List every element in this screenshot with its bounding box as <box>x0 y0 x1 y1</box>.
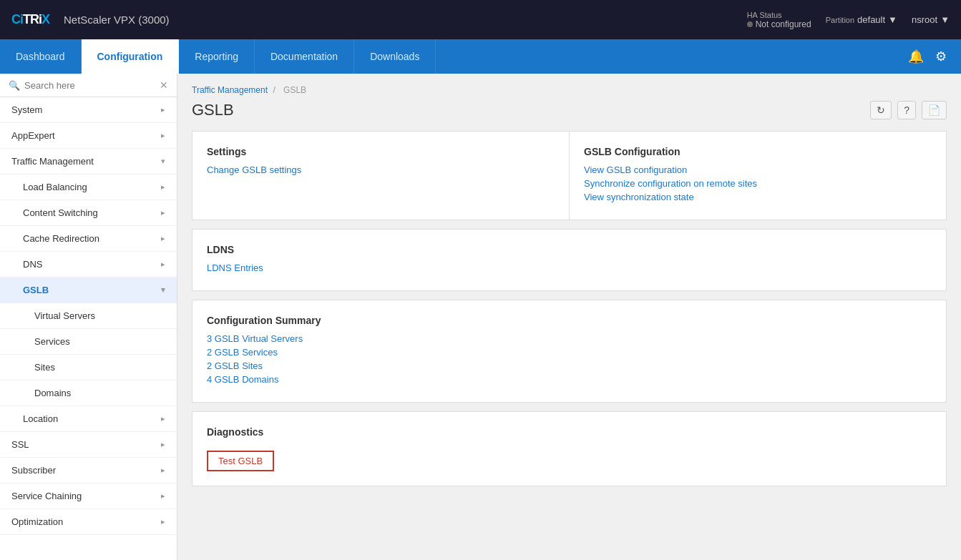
sidebar-item-virtual-servers[interactable]: Virtual Servers <box>0 303 177 329</box>
change-gslb-settings-link[interactable]: Change GSLB settings <box>207 164 555 175</box>
ldns-card: LDNS LDNS Entries <box>192 229 947 291</box>
breadcrumb: Traffic Management / GSLB <box>192 85 947 95</box>
app-title: NetScaler VPX (3000) <box>64 14 170 26</box>
nav-item-configuration[interactable]: Configuration <box>82 39 180 74</box>
sync-config-link[interactable]: Synchronize configuration on remote site… <box>584 178 932 189</box>
gear-icon[interactable]: ⚙ <box>932 46 950 67</box>
top-cards-row: Settings Change GSLB settings GSLB Confi… <box>192 131 947 220</box>
sidebar-item-appexpert[interactable]: AppExpert ▸ <box>0 123 177 149</box>
user-menu[interactable]: nsroot ▼ <box>912 14 950 25</box>
sidebar-item-sites[interactable]: Sites <box>0 355 177 380</box>
partition-selector[interactable]: Partition default ▼ <box>826 14 897 25</box>
sidebar-item-system[interactable]: System ▸ <box>0 97 177 123</box>
sidebar-item-dns[interactable]: DNS ▸ <box>0 252 177 277</box>
search-bar: 🔍 ✕ <box>0 74 177 97</box>
chevron-down-icon: ▾ <box>161 157 165 166</box>
test-gslb-button[interactable]: Test GSLB <box>207 451 274 471</box>
gslb-sites-link[interactable]: 2 GSLB Sites <box>207 360 932 371</box>
ha-dot <box>747 21 753 27</box>
breadcrumb-parent[interactable]: Traffic Management <box>192 85 268 95</box>
top-bar-right: HA Status Not configured Partition defau… <box>747 11 950 29</box>
ha-status-label: HA Status <box>747 11 782 19</box>
partition-value: default <box>857 14 885 25</box>
page-title: GSLB <box>192 101 234 119</box>
diagnostics-title: Diagnostics <box>207 426 932 438</box>
nav-item-dashboard[interactable]: Dashboard <box>0 39 82 74</box>
chevron-right-icon: ▸ <box>161 234 165 243</box>
chevron-down-icon: ▾ <box>161 285 165 295</box>
clear-icon[interactable]: ✕ <box>160 79 168 91</box>
ldns-entries-link[interactable]: LDNS Entries <box>207 262 932 273</box>
chevron-right-icon: ▸ <box>161 105 165 114</box>
chevron-right-icon: ▸ <box>161 440 165 449</box>
gslb-config-card-title: GSLB Configuration <box>584 146 932 157</box>
sidebar-item-service-chaining[interactable]: Service Chaining ▸ <box>0 483 177 509</box>
chevron-right-icon: ▸ <box>161 414 165 423</box>
sidebar-item-load-balancing[interactable]: Load Balancing ▸ <box>0 175 177 200</box>
gslb-domains-link[interactable]: 4 GSLB Domains <box>207 374 932 385</box>
config-summary-links: 3 GSLB Virtual Servers 2 GSLB Services 2… <box>207 333 932 385</box>
breadcrumb-separator: / <box>273 85 275 95</box>
nav-right-icons: 🔔 ⚙ <box>905 46 961 67</box>
config-summary-title: Configuration Summary <box>207 315 932 326</box>
sidebar-item-subscriber[interactable]: Subscriber ▸ <box>0 458 177 483</box>
help-button[interactable]: ? <box>897 101 916 119</box>
bell-icon[interactable]: 🔔 <box>905 46 927 67</box>
gslb-config-card: GSLB Configuration View GSLB configurati… <box>570 132 946 220</box>
chevron-right-icon: ▸ <box>161 491 165 501</box>
partition-label: Partition <box>826 16 854 24</box>
view-gslb-config-link[interactable]: View GSLB configuration <box>584 164 932 175</box>
page-actions: ↻ ? 📄 <box>870 101 947 119</box>
logo: CiTRiX <box>11 12 54 27</box>
ha-status: HA Status Not configured <box>747 11 811 29</box>
chevron-right-icon: ▸ <box>161 260 165 269</box>
citrix-logo: CiTRiX <box>11 12 49 27</box>
gslb-virtual-servers-link[interactable]: 3 GSLB Virtual Servers <box>207 333 932 344</box>
gslb-services-link[interactable]: 2 GSLB Services <box>207 347 932 358</box>
refresh-button[interactable]: ↻ <box>870 101 892 119</box>
chevron-right-icon: ▸ <box>161 182 165 192</box>
nav-item-downloads[interactable]: Downloads <box>354 39 436 74</box>
search-icon: 🔍 <box>9 80 20 91</box>
sidebar-item-ssl[interactable]: SSL ▸ <box>0 432 177 458</box>
top-bar: CiTRiX NetScaler VPX (3000) HA Status No… <box>0 0 961 39</box>
ha-status-value: Not configured <box>747 19 811 29</box>
main-layout: 🔍 ✕ System ▸ AppExpert ▸ Traffic Managem… <box>0 74 961 560</box>
page-header: GSLB ↻ ? 📄 <box>192 101 947 119</box>
ldns-card-title: LDNS <box>207 244 932 255</box>
search-input[interactable] <box>24 80 160 91</box>
sidebar-item-services[interactable]: Services <box>0 329 177 355</box>
chevron-right-icon: ▸ <box>161 517 165 526</box>
content-area: Traffic Management / GSLB GSLB ↻ ? 📄 Set… <box>177 74 961 560</box>
breadcrumb-current: GSLB <box>283 85 306 95</box>
user-chevron-icon: ▼ <box>940 14 950 25</box>
sidebar: 🔍 ✕ System ▸ AppExpert ▸ Traffic Managem… <box>0 74 177 560</box>
settings-card-title: Settings <box>207 146 555 157</box>
nav-item-documentation[interactable]: Documentation <box>255 39 354 74</box>
export-button[interactable]: 📄 <box>922 101 947 119</box>
sidebar-item-location[interactable]: Location ▸ <box>0 406 177 432</box>
sidebar-item-traffic-management[interactable]: Traffic Management ▾ <box>0 149 177 175</box>
sidebar-item-optimization[interactable]: Optimization ▸ <box>0 509 177 535</box>
nav-item-reporting[interactable]: Reporting <box>179 39 255 74</box>
view-sync-state-link[interactable]: View synchronization state <box>584 192 932 202</box>
sidebar-item-cache-redirection[interactable]: Cache Redirection ▸ <box>0 226 177 252</box>
sidebar-item-domains[interactable]: Domains <box>0 380 177 406</box>
partition-chevron-icon: ▼ <box>888 14 897 25</box>
sidebar-item-gslb[interactable]: GSLB ▾ <box>0 277 177 303</box>
sidebar-item-content-switching[interactable]: Content Switching ▸ <box>0 200 177 226</box>
chevron-right-icon: ▸ <box>161 131 165 140</box>
diagnostics-card: Diagnostics Test GSLB <box>192 411 947 486</box>
nav-bar: Dashboard Configuration Reporting Docume… <box>0 39 961 74</box>
chevron-right-icon: ▸ <box>161 466 165 475</box>
settings-card: Settings Change GSLB settings <box>192 132 570 220</box>
config-summary-card: Configuration Summary 3 GSLB Virtual Ser… <box>192 300 947 403</box>
user-name: nsroot <box>912 14 937 25</box>
chevron-right-icon: ▸ <box>161 208 165 217</box>
